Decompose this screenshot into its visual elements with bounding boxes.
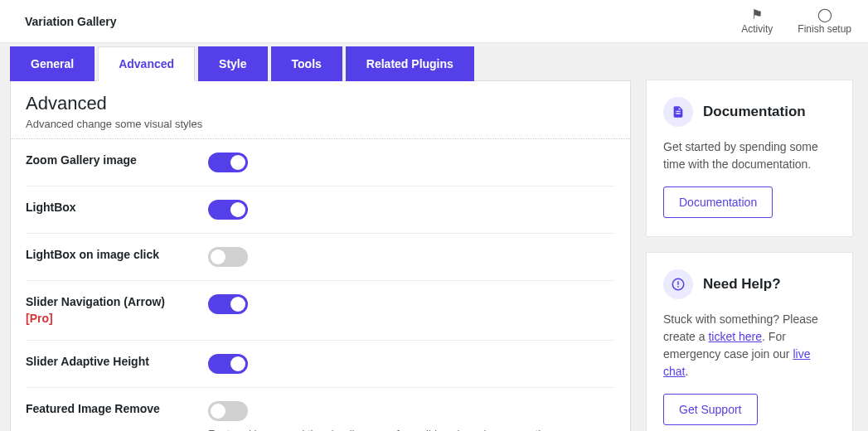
setting-row-zoom: Zoom Gallery image (26, 139, 615, 186)
panel-subtitle: Advanced change some visual styles (26, 118, 615, 130)
main-container: General Advanced Style Tools Related Plu… (0, 43, 868, 431)
setting-row-lightbox: LightBox (26, 186, 615, 234)
tab-related-plugins[interactable]: Related Plugins (346, 46, 474, 81)
toggle-slider-nav[interactable] (208, 294, 248, 314)
setting-label: Slider Navigation (Arrow) [Pro] (26, 294, 192, 327)
doc-icon (663, 97, 693, 127)
card-body: Stuck with something? Please create a ti… (663, 311, 836, 380)
toggle-zoom[interactable] (208, 153, 248, 172)
setting-label: Featured Image Remove (26, 401, 192, 418)
setting-row-lightbox-click: LightBox on image click (26, 234, 615, 281)
activity-label: Activity (741, 23, 773, 35)
card-documentation: Documentation Get started by spending so… (646, 80, 853, 237)
flag-icon: ⚑ (751, 8, 763, 22)
get-support-button[interactable]: Get Support (663, 394, 758, 425)
setting-help: Featured image and thumbnail remove from… (208, 428, 615, 431)
card-body: Get started by spending some time with t… (663, 138, 836, 173)
sidebar: Documentation Get started by spending so… (646, 80, 853, 431)
toggle-lightbox[interactable] (208, 200, 248, 220)
setting-label-text: Slider Navigation (Arrow) (26, 295, 165, 308)
setting-label: LightBox on image click (26, 247, 192, 264)
card-title: Need Help? (703, 276, 781, 293)
toggle-lightbox-click[interactable] (208, 247, 248, 267)
setting-row-featured-remove: Featured Image Remove Featured image and… (26, 388, 615, 431)
finish-setup-label: Finish setup (798, 23, 851, 35)
setting-label: Zoom Gallery image (26, 153, 192, 169)
panel-title: Advanced (26, 93, 615, 114)
settings-column: General Advanced Style Tools Related Plu… (10, 43, 631, 431)
settings-panel: Advanced Advanced change some visual sty… (10, 80, 631, 431)
circle-icon: ◯ (817, 8, 832, 22)
top-bar: Variation Gallery ⚑ Activity ◯ Finish se… (0, 0, 868, 43)
top-actions: ⚑ Activity ◯ Finish setup (741, 8, 851, 35)
finish-setup-button[interactable]: ◯ Finish setup (798, 8, 851, 35)
documentation-button[interactable]: Documentation (663, 186, 773, 218)
help-text-suffix: . (685, 365, 688, 378)
card-title: Documentation (703, 104, 806, 120)
card-help: Need Help? Stuck with something? Please … (646, 252, 853, 431)
ticket-link[interactable]: ticket here (708, 330, 762, 343)
toggle-adaptive-height[interactable] (208, 354, 248, 374)
page-title: Variation Gallery (25, 15, 117, 28)
tab-style[interactable]: Style (198, 46, 267, 81)
tab-general[interactable]: General (10, 46, 95, 81)
setting-label: LightBox (26, 200, 192, 216)
tabs: General Advanced Style Tools Related Plu… (10, 46, 631, 81)
setting-row-slider-nav: Slider Navigation (Arrow) [Pro] (26, 281, 615, 341)
setting-label: Slider Adaptive Height (26, 354, 192, 370)
tab-advanced[interactable]: Advanced (98, 46, 195, 81)
help-icon (663, 269, 693, 299)
toggle-featured-remove[interactable] (208, 401, 248, 421)
pro-badge: [Pro] (26, 312, 53, 325)
tab-tools[interactable]: Tools (271, 46, 342, 81)
activity-button[interactable]: ⚑ Activity (741, 8, 773, 35)
setting-row-adaptive-height: Slider Adaptive Height (26, 341, 615, 388)
